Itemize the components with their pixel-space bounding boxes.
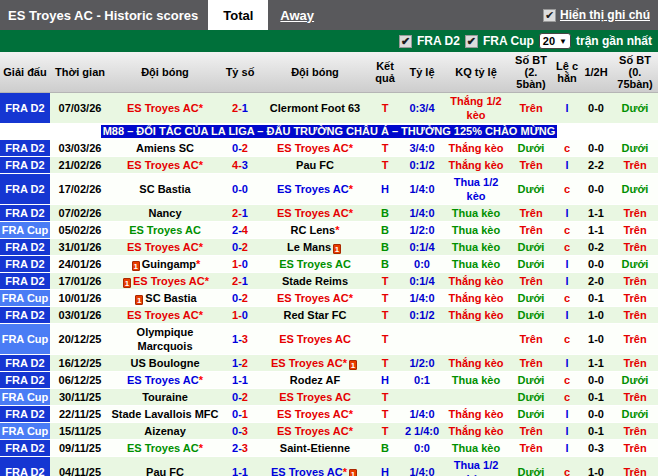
red-card-icon: 1 bbox=[333, 244, 341, 254]
odds-result: Thua 1/2 kèo bbox=[444, 174, 508, 205]
odds-result: Thua kèo bbox=[444, 372, 508, 389]
match-date: 15/11/25 bbox=[50, 423, 110, 440]
score-cell: 0-2 bbox=[220, 290, 260, 307]
half-time-score: 1-0 bbox=[580, 324, 612, 355]
show-notes-checkbox[interactable]: ✔ bbox=[543, 9, 556, 22]
half-time-score: 0-3 bbox=[580, 440, 612, 457]
home-team-cell: 1ES Troyes AC* bbox=[110, 273, 220, 290]
half-time-score: 0-0 bbox=[580, 372, 612, 389]
match-date: 24/01/26 bbox=[50, 256, 110, 273]
team-name: Stade Reims bbox=[282, 275, 348, 287]
team-name: Aizenay bbox=[144, 425, 186, 437]
over-under-25: Trên bbox=[508, 205, 554, 222]
col-header-half: 1/2H bbox=[580, 52, 612, 93]
team-name: ES Troyes AC bbox=[277, 425, 349, 437]
half-time-score: 0-1 bbox=[580, 389, 612, 406]
league-badge: FRA Cup bbox=[0, 324, 50, 355]
handicap-odds: 0:1 bbox=[400, 372, 444, 389]
league-badge: FRA D2 bbox=[0, 256, 50, 273]
odds-result bbox=[444, 324, 508, 355]
team-name: ES Troyes AC bbox=[279, 391, 351, 403]
match-row: FRA D217/02/26SC Bastia0-0ES Troyes AC*H… bbox=[0, 174, 658, 205]
result-letter: T bbox=[370, 273, 400, 290]
away-goals: 1 bbox=[242, 466, 248, 476]
favorite-star: * bbox=[349, 425, 353, 437]
away-goals: 2 bbox=[242, 241, 248, 253]
odd-even: l bbox=[554, 93, 580, 124]
result-letter: T bbox=[370, 157, 400, 174]
match-row: FRA D221/02/26ES Troyes AC*4-3Pau FCT0:1… bbox=[0, 157, 658, 174]
tab-total[interactable]: Total bbox=[208, 0, 268, 30]
odds-result: Thắng kèo bbox=[444, 140, 508, 157]
half-time-score: 1-1 bbox=[580, 355, 612, 372]
red-card-icon: 1 bbox=[135, 295, 143, 305]
match-date: 03/01/26 bbox=[50, 307, 110, 324]
red-card-icon: 1 bbox=[123, 278, 131, 288]
match-date: 22/11/25 bbox=[50, 406, 110, 423]
result-letter: T bbox=[370, 307, 400, 324]
away-goals: 1 bbox=[242, 374, 248, 386]
away-team-cell: Red Star FC bbox=[260, 307, 370, 324]
home-team-cell: Aizenay bbox=[110, 423, 220, 440]
match-count-value: 20 bbox=[543, 35, 555, 47]
team-name: Nancy bbox=[148, 207, 181, 219]
score-cell: 0-2 bbox=[220, 140, 260, 157]
odd-even: l bbox=[554, 157, 580, 174]
away-goals: 3 bbox=[242, 442, 248, 454]
over-under-25: Trên bbox=[508, 440, 554, 457]
league-badge: FRA D2 bbox=[0, 355, 50, 372]
favorite-star: * bbox=[196, 258, 200, 270]
home-team-cell: ES Troyes AC bbox=[110, 222, 220, 239]
col-header-away-team: Đội bóng bbox=[260, 52, 370, 93]
over-under-075: Trên bbox=[612, 157, 658, 174]
match-date: 03/03/26 bbox=[50, 140, 110, 157]
over-under-075: Trên bbox=[612, 423, 658, 440]
handicap-odds: 1/4:0 bbox=[400, 406, 444, 423]
odds-result bbox=[444, 389, 508, 406]
over-under-075: Dưới bbox=[612, 256, 658, 273]
handicap-odds: 0:1/4 bbox=[400, 239, 444, 256]
match-count-select[interactable]: 20 ▼ bbox=[539, 33, 571, 49]
team-name: Pau FC bbox=[296, 159, 334, 171]
half-time-score: 0-2 bbox=[580, 239, 612, 256]
result-letter: B bbox=[370, 440, 400, 457]
team-name: ES Troyes AC bbox=[127, 442, 199, 454]
away-team-cell: ES Troyes AC* bbox=[260, 423, 370, 440]
tab-total-label: Total bbox=[223, 8, 253, 23]
col-header-odd-even: Lệ c hẳn bbox=[554, 52, 580, 93]
away-team-cell: ES Troyes AC bbox=[260, 324, 370, 355]
home-team-cell: ES Troyes AC* bbox=[110, 93, 220, 124]
team-name: Le Mans bbox=[287, 241, 331, 253]
match-date: 04/11/25 bbox=[50, 457, 110, 476]
fra-cup-checkbox[interactable]: ✔ bbox=[465, 35, 478, 48]
match-date: 10/01/26 bbox=[50, 290, 110, 307]
team-name: Red Star FC bbox=[284, 309, 347, 321]
away-team-cell: Rodez AF bbox=[260, 372, 370, 389]
home-team-cell: ES Troyes AC* bbox=[110, 157, 220, 174]
team-name: ES Troyes AC bbox=[277, 142, 349, 154]
col-header-home-team: Đội bóng bbox=[110, 52, 220, 93]
favorite-star: * bbox=[199, 102, 203, 114]
handicap-odds: 0:3/4 bbox=[400, 93, 444, 124]
away-goals: 3 bbox=[242, 425, 248, 437]
league-badge: FRA D2 bbox=[0, 440, 50, 457]
team-name: Amiens SC bbox=[136, 142, 194, 154]
over-under-25: Trên bbox=[508, 273, 554, 290]
red-card-icon: 1 bbox=[132, 261, 140, 271]
tab-away[interactable]: Away bbox=[268, 0, 326, 30]
fra-d2-checkbox[interactable]: ✔ bbox=[399, 35, 412, 48]
team-name: Rodez AF bbox=[290, 374, 340, 386]
away-team-cell: Pau FC bbox=[260, 157, 370, 174]
score-cell: 0-2 bbox=[220, 239, 260, 256]
ad-banner[interactable]: M88 – ĐỐI TÁC CỦA LA LIGA – ĐẤU TRƯỜNG C… bbox=[101, 125, 557, 138]
odd-even: c bbox=[554, 140, 580, 157]
page-title: ES Troyes AC - Historic scores bbox=[0, 8, 208, 23]
team-name: ES Troyes AC bbox=[271, 357, 343, 369]
team-name: ES Troyes AC bbox=[277, 207, 349, 219]
league-badge: FRA Cup bbox=[0, 290, 50, 307]
team-name: ES Troyes AC bbox=[277, 292, 349, 304]
away-team-cell: ES Troyes AC* bbox=[260, 205, 370, 222]
table-header-row: Giải đấu Thời gian Đội bóng Tỷ số Đội bó… bbox=[0, 52, 658, 93]
over-under-25: Dưới bbox=[508, 372, 554, 389]
top-bar: ES Troyes AC - Historic scores Total Awa… bbox=[0, 0, 658, 30]
